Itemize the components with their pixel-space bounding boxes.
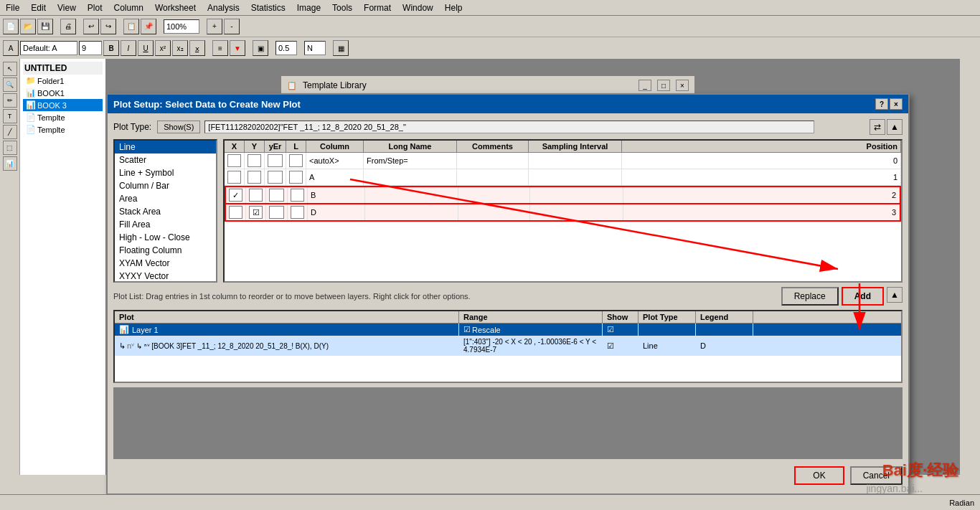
- cell-y-3[interactable]: [246, 204, 266, 220]
- menu-column[interactable]: Column: [108, 1, 149, 14]
- project-book1[interactable]: 📊 BOOK1: [23, 87, 103, 99]
- plot-type-column-bar[interactable]: Column / Bar: [115, 179, 216, 192]
- project-book3[interactable]: 📊 BOOK 3: [23, 99, 103, 111]
- cell-l-0[interactable]: [286, 153, 306, 169]
- plot-type-fill-area[interactable]: Fill Area: [115, 218, 216, 231]
- project-template1[interactable]: 📄 Templte: [23, 111, 103, 123]
- plot-list-row-data1[interactable]: ↳ nᵛ ↳ ⁿᵛ [BOOK 3]FET _11_; 12_8_2020 20…: [115, 336, 901, 356]
- tb-strikethrough[interactable]: x̲: [189, 40, 205, 56]
- cell-x-0[interactable]: [225, 153, 245, 169]
- collapse-icon[interactable]: ▲: [887, 119, 903, 135]
- menu-window[interactable]: Window: [397, 1, 439, 14]
- zoom-input[interactable]: [164, 19, 199, 34]
- tb-undo[interactable]: ↩: [83, 19, 99, 34]
- project-folder1[interactable]: 📁 Folder1: [23, 75, 103, 87]
- expand-button[interactable]: ▲: [887, 287, 903, 303]
- switch-icon[interactable]: ⇄: [870, 119, 885, 135]
- plot-type-line[interactable]: Line: [115, 141, 216, 154]
- template-close-button[interactable]: ×: [676, 80, 689, 91]
- plot-type-list[interactable]: Line Scatter Line + Symbol Column / Bar …: [113, 139, 217, 283]
- tb-save[interactable]: 💾: [37, 19, 53, 34]
- line-width-input[interactable]: [275, 41, 297, 55]
- tool-arrow[interactable]: ↖: [3, 62, 17, 76]
- checkbox-yer-1[interactable]: [268, 171, 283, 184]
- plot-type-stack-area[interactable]: Stack Area: [115, 205, 216, 218]
- tb-underline[interactable]: U: [138, 40, 154, 56]
- tb-line-color[interactable]: ▼: [230, 40, 245, 56]
- cell-yer-0[interactable]: [265, 153, 286, 169]
- tb-open[interactable]: 📂: [20, 19, 36, 34]
- menu-analysis[interactable]: Analysis: [202, 1, 245, 14]
- dialog-help-button[interactable]: ?: [875, 98, 888, 110]
- checkbox-l-2[interactable]: [291, 189, 304, 202]
- tb-pattern[interactable]: ▦: [333, 40, 349, 56]
- plot-list-cell-show-0[interactable]: ☑: [603, 324, 639, 336]
- template-minimize-button[interactable]: _: [639, 80, 651, 91]
- plot-type-xyxy[interactable]: XYXY Vector: [115, 270, 216, 283]
- cell-x-2[interactable]: [226, 187, 246, 203]
- menu-file[interactable]: File: [0, 1, 25, 14]
- menu-plot[interactable]: Plot: [82, 1, 108, 14]
- tool-line[interactable]: ╱: [3, 125, 17, 139]
- cell-yer-2[interactable]: [266, 187, 288, 203]
- tb-zoom-out[interactable]: -: [224, 19, 240, 34]
- checkbox-x-1[interactable]: [227, 171, 241, 184]
- checkbox-x-0[interactable]: [227, 154, 241, 167]
- tb-print[interactable]: 🖨: [60, 19, 76, 34]
- checkbox-l-3[interactable]: [291, 206, 304, 219]
- tool-region[interactable]: ⬚: [3, 141, 17, 155]
- checkbox-yer-0[interactable]: [268, 154, 283, 167]
- template-maximize-button[interactable]: □: [657, 80, 670, 91]
- menu-tools[interactable]: Tools: [326, 1, 358, 14]
- checkbox-yer-3[interactable]: [269, 206, 284, 219]
- plot-type-line-symbol[interactable]: Line + Symbol: [115, 166, 216, 179]
- plot-type-xyam[interactable]: XYAM Vector: [115, 257, 216, 270]
- checkbox-y-2[interactable]: [249, 189, 263, 202]
- checkbox-x-3[interactable]: [229, 206, 242, 219]
- tool-text[interactable]: T: [3, 109, 17, 123]
- tb-superscript[interactable]: x²: [155, 40, 171, 56]
- tb-fill-color[interactable]: ▣: [253, 40, 268, 56]
- dialog-close-button[interactable]: ×: [890, 98, 903, 110]
- ok-button[interactable]: OK: [794, 466, 844, 485]
- cell-y-0[interactable]: [245, 153, 265, 169]
- tb-new[interactable]: 📄: [3, 19, 19, 34]
- cell-yer-3[interactable]: [266, 204, 288, 220]
- tb-redo[interactable]: ↪: [100, 19, 116, 34]
- menu-view[interactable]: View: [52, 1, 82, 14]
- tool-zoom[interactable]: 🔍: [3, 77, 17, 92]
- tb-zoom-in[interactable]: +: [207, 19, 222, 34]
- tb-align-left[interactable]: ≡: [212, 40, 228, 56]
- menu-statistics[interactable]: Statistics: [245, 1, 291, 14]
- cell-x-1[interactable]: [225, 169, 245, 185]
- checkbox-x-2[interactable]: [229, 189, 242, 202]
- tb-bold[interactable]: B: [103, 40, 119, 56]
- cell-x-3[interactable]: [226, 204, 246, 220]
- plot-type-hlc[interactable]: High - Low - Close: [115, 231, 216, 244]
- checkbox-y-1[interactable]: [248, 171, 261, 184]
- menu-worksheet[interactable]: Worksheet: [149, 1, 202, 14]
- plot-type-scatter[interactable]: Scatter: [115, 154, 216, 166]
- n-value-input[interactable]: [304, 41, 326, 55]
- font-size-input[interactable]: [79, 41, 102, 55]
- checkbox-yer-2[interactable]: [269, 189, 284, 202]
- project-template2[interactable]: 📄 Templte: [23, 123, 103, 136]
- menu-image[interactable]: Image: [291, 1, 326, 14]
- checkbox-l-0[interactable]: [289, 154, 303, 167]
- cell-y-2[interactable]: [246, 187, 266, 203]
- cell-y-1[interactable]: [245, 169, 265, 185]
- menu-format[interactable]: Format: [358, 1, 397, 14]
- tb-paste[interactable]: 📌: [141, 19, 156, 34]
- replace-button[interactable]: Replace: [781, 287, 839, 306]
- cell-yer-1[interactable]: [265, 169, 286, 185]
- tb-copy[interactable]: 📋: [123, 19, 139, 34]
- add-button[interactable]: Add: [842, 287, 884, 306]
- checkbox-y-0[interactable]: [248, 154, 261, 167]
- tb-italic[interactable]: I: [121, 40, 136, 56]
- tool-data[interactable]: 📊: [3, 156, 17, 171]
- menu-help[interactable]: Help: [439, 1, 468, 14]
- show-button[interactable]: Show(S): [157, 121, 200, 133]
- plot-type-area[interactable]: Area: [115, 192, 216, 205]
- cell-l-2[interactable]: [288, 187, 308, 203]
- plot-list-row-layer1[interactable]: 📊 Layer 1 ☑ Rescale ☑: [115, 324, 901, 336]
